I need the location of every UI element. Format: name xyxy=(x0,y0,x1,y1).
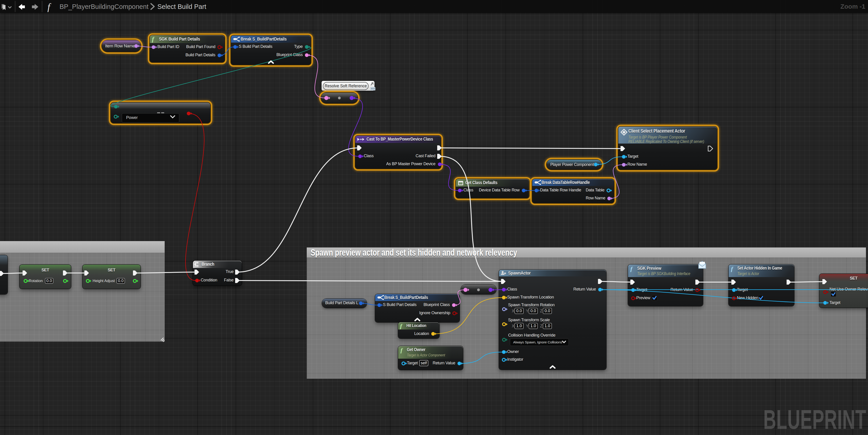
svg-text:f: f xyxy=(400,323,403,330)
svg-text:f: f xyxy=(152,36,155,43)
svg-text:f: f xyxy=(630,266,633,272)
svg-text:f: f xyxy=(731,266,734,272)
svg-text:f: f xyxy=(401,347,403,354)
